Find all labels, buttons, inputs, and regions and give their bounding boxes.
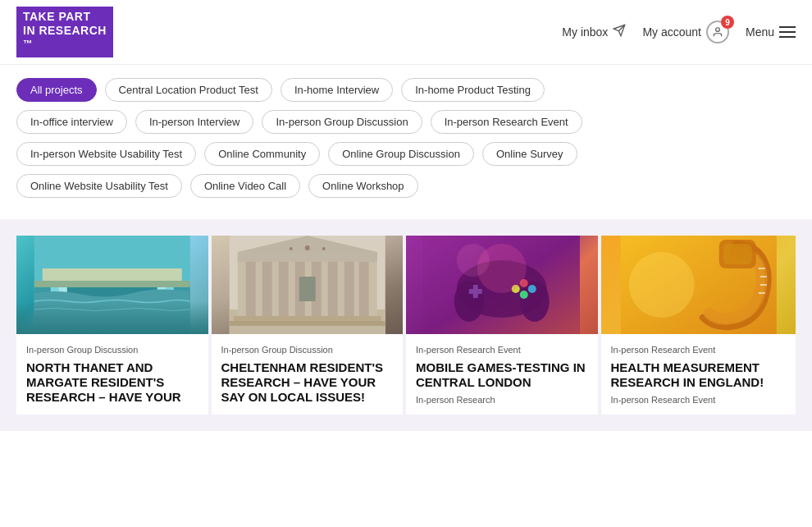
filter-in-person-interview[interactable]: In-person Interview — [135, 110, 254, 134]
card-2-type: In-person Group Discussion — [221, 344, 394, 355]
filter-online-website[interactable]: Online Website Usability Test — [16, 174, 182, 198]
notification-wrapper: 9 — [706, 21, 729, 44]
svg-point-27 — [289, 247, 292, 250]
svg-rect-13 — [245, 260, 255, 318]
filter-all-projects[interactable]: All projects — [16, 78, 97, 102]
card-1[interactable]: In-person Group Discussion NORTH THANET … — [16, 236, 208, 415]
card-2-image — [212, 236, 404, 334]
svg-point-37 — [528, 285, 536, 293]
svg-point-50 — [628, 252, 694, 318]
send-icon — [613, 24, 626, 40]
hamburger-icon — [779, 26, 796, 38]
filter-in-person-website[interactable]: In-person Website Usability Test — [16, 142, 196, 166]
svg-rect-49 — [723, 244, 751, 264]
filter-in-office-interview[interactable]: In-office interview — [16, 110, 127, 134]
card-3-title: MOBILE GAMES-TESTING IN CENTRAL LONDON — [416, 360, 588, 390]
card-3-image — [406, 236, 598, 334]
card-1-title: NORTH THANET AND MARGATE RESIDENT'S RESE… — [26, 360, 198, 405]
svg-point-2 — [716, 28, 720, 32]
filter-row-1: All projects Central Location Product Te… — [16, 78, 796, 102]
card-2-svg — [212, 236, 404, 334]
svg-rect-8 — [43, 268, 182, 281]
card-3[interactable]: In-person Research Event MOBILE GAMES-TE… — [406, 236, 598, 415]
card-2-body: In-person Group Discussion CHELTENHAM RE… — [212, 334, 404, 415]
my-inbox-link[interactable]: My inbox — [562, 24, 626, 40]
filter-in-home-product[interactable]: In-home Product Testing — [401, 78, 545, 102]
card-1-type: In-person Group Discussion — [26, 344, 198, 355]
filter-online-community[interactable]: Online Community — [204, 142, 320, 166]
filter-central-location[interactable]: Central Location Product Test — [105, 78, 272, 102]
card-4-svg — [601, 236, 796, 334]
filter-section: All projects Central Location Product Te… — [0, 65, 812, 219]
svg-rect-9 — [34, 281, 190, 287]
svg-rect-14 — [262, 260, 271, 318]
card-4-body: In-person Research Event HEALTH MEASUREM… — [601, 334, 796, 415]
logo-line2: IN RESEARCH™ — [23, 24, 107, 54]
filter-in-home-interview[interactable]: In-home Interview — [281, 78, 393, 102]
filter-in-person-group-discussion[interactable]: In-person Group Discussion — [262, 110, 422, 134]
my-account-link[interactable]: My account 9 — [642, 21, 729, 44]
svg-rect-25 — [299, 277, 315, 301]
logo[interactable]: TAKE PART IN RESEARCH™ — [16, 7, 113, 57]
card-3-body: In-person Research Event MOBILE GAMES-TE… — [406, 334, 598, 415]
inbox-label: My inbox — [562, 25, 608, 39]
card-4-image — [601, 236, 796, 334]
card-1-svg — [16, 236, 208, 334]
card-4-subtitle: In-person Research Event — [611, 395, 787, 405]
card-3-type: In-person Research Event — [416, 344, 588, 355]
card-2-title: CHELTENHAM RESIDENT'S RESEARCH – HAVE YO… — [221, 360, 394, 405]
filter-online-video-call[interactable]: Online Video Call — [190, 174, 300, 198]
account-label: My account — [642, 25, 701, 39]
filter-row-2: In-office interview In-person Interview … — [16, 110, 796, 134]
filter-online-survey[interactable]: Online Survey — [482, 142, 577, 166]
logo-box: TAKE PART IN RESEARCH™ — [16, 7, 113, 57]
filter-in-person-research-event[interactable]: In-person Research Event — [431, 110, 582, 134]
cards-grid: In-person Group Discussion NORTH THANET … — [16, 236, 796, 415]
header-right: My inbox My account 9 — [562, 21, 796, 44]
filter-row-3: In-person Website Usability Test Online … — [16, 142, 796, 166]
svg-point-41 — [457, 244, 490, 277]
filter-online-workshop[interactable]: Online Workshop — [308, 174, 417, 198]
card-1-body: In-person Group Discussion NORTH THANET … — [16, 334, 208, 415]
svg-rect-18 — [327, 260, 337, 318]
svg-point-38 — [520, 291, 528, 299]
svg-rect-20 — [358, 260, 368, 318]
svg-point-28 — [322, 247, 325, 250]
svg-rect-15 — [278, 260, 288, 318]
svg-rect-22 — [237, 252, 376, 262]
notification-badge: 9 — [721, 16, 734, 29]
svg-point-32 — [454, 281, 484, 322]
svg-rect-35 — [469, 289, 482, 294]
svg-rect-19 — [344, 260, 354, 318]
card-4[interactable]: In-person Research Event HEALTH MEASUREM… — [601, 236, 796, 415]
card-3-subtitle: In-person Research — [416, 395, 588, 405]
card-2[interactable]: In-person Group Discussion CHELTENHAM RE… — [212, 236, 404, 415]
card-1-image — [16, 236, 208, 334]
menu-label: Menu — [746, 25, 774, 39]
svg-rect-24 — [229, 321, 385, 326]
site-header: TAKE PART IN RESEARCH™ My inbox My accou… — [0, 0, 812, 65]
filter-row-4: Online Website Usability Test Online Vid… — [16, 174, 796, 198]
cards-section: In-person Group Discussion NORTH THANET … — [0, 219, 812, 431]
card-4-title: HEALTH MEASUREMENT RESEARCH IN ENGLAND! — [611, 360, 787, 390]
menu-button[interactable]: Menu — [746, 25, 796, 39]
card-3-svg — [406, 236, 598, 334]
svg-rect-23 — [233, 316, 381, 321]
card-4-type: In-person Research Event — [611, 344, 787, 355]
svg-point-26 — [304, 245, 309, 250]
logo-line1: TAKE PART — [23, 10, 107, 24]
filter-online-group-discussion[interactable]: Online Group Discussion — [328, 142, 474, 166]
